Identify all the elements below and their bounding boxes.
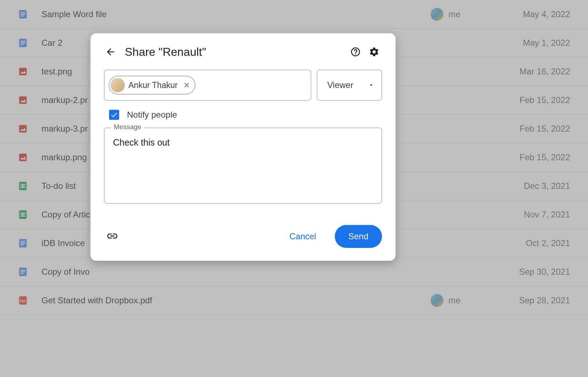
cancel-button[interactable]: Cancel xyxy=(281,227,325,246)
notify-label: Notify people xyxy=(127,110,177,120)
message-field[interactable]: Message Check this out xyxy=(104,128,382,204)
check-icon xyxy=(110,111,118,119)
notify-row: Notify people xyxy=(104,110,382,120)
gear-icon xyxy=(369,46,379,57)
message-text[interactable]: Check this out xyxy=(113,137,373,148)
dialog-title: Share "Renault" xyxy=(125,45,345,59)
copy-link-button[interactable] xyxy=(104,228,121,245)
help-button[interactable] xyxy=(348,44,363,60)
arrow-left-icon xyxy=(105,46,116,57)
chip-avatar xyxy=(111,78,125,92)
dropdown-icon xyxy=(368,82,374,88)
person-chip: Ankur Thakur xyxy=(109,76,195,94)
share-dialog: Share "Renault" Ankur Thakur Viewer No xyxy=(90,33,396,261)
link-icon xyxy=(106,230,118,242)
close-icon xyxy=(183,81,191,89)
people-input[interactable]: Ankur Thakur xyxy=(104,70,311,101)
notify-checkbox[interactable] xyxy=(109,110,119,120)
settings-button[interactable] xyxy=(366,44,382,60)
role-text: Viewer xyxy=(327,80,353,90)
help-icon xyxy=(350,46,361,57)
dialog-footer: Cancel Send xyxy=(104,225,382,248)
back-button[interactable] xyxy=(104,45,117,58)
message-legend: Message xyxy=(111,123,144,131)
dialog-header: Share "Renault" xyxy=(104,44,382,60)
chip-name: Ankur Thakur xyxy=(128,80,178,90)
chip-remove-button[interactable] xyxy=(183,81,191,89)
people-row: Ankur Thakur Viewer xyxy=(104,70,382,101)
role-select[interactable]: Viewer xyxy=(317,70,382,101)
send-button[interactable]: Send xyxy=(335,225,382,248)
